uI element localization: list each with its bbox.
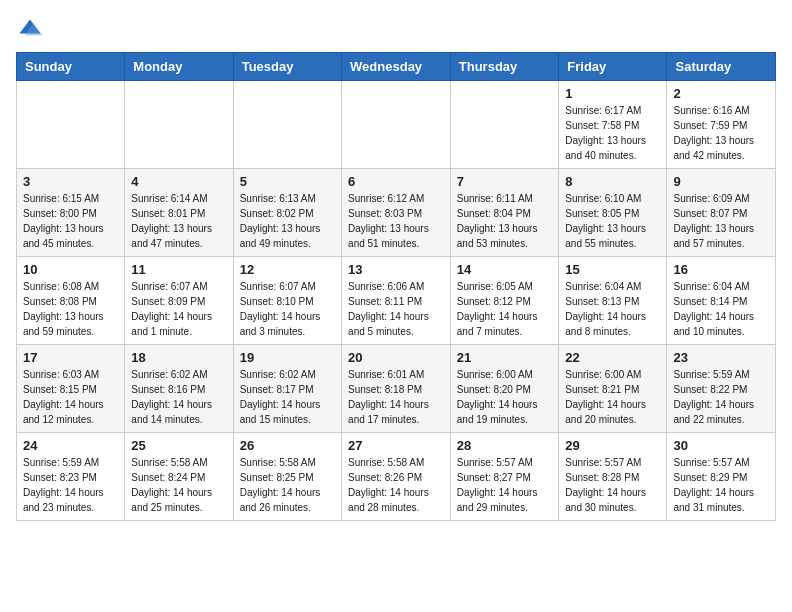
calendar-cell: 3Sunrise: 6:15 AM Sunset: 8:00 PM Daylig…: [17, 169, 125, 257]
day-number: 2: [673, 86, 769, 101]
day-number: 17: [23, 350, 118, 365]
day-number: 21: [457, 350, 553, 365]
weekday-header-tuesday: Tuesday: [233, 53, 341, 81]
calendar-cell: [233, 81, 341, 169]
calendar-week-row: 10Sunrise: 6:08 AM Sunset: 8:08 PM Dayli…: [17, 257, 776, 345]
calendar-cell: 15Sunrise: 6:04 AM Sunset: 8:13 PM Dayli…: [559, 257, 667, 345]
calendar-cell: 8Sunrise: 6:10 AM Sunset: 8:05 PM Daylig…: [559, 169, 667, 257]
day-number: 16: [673, 262, 769, 277]
day-number: 26: [240, 438, 335, 453]
weekday-header-row: SundayMondayTuesdayWednesdayThursdayFrid…: [17, 53, 776, 81]
calendar-week-row: 17Sunrise: 6:03 AM Sunset: 8:15 PM Dayli…: [17, 345, 776, 433]
calendar-cell: 30Sunrise: 5:57 AM Sunset: 8:29 PM Dayli…: [667, 433, 776, 521]
calendar-cell: 4Sunrise: 6:14 AM Sunset: 8:01 PM Daylig…: [125, 169, 233, 257]
day-detail: Sunrise: 6:09 AM Sunset: 8:07 PM Dayligh…: [673, 191, 769, 251]
day-number: 3: [23, 174, 118, 189]
page-header: [16, 16, 776, 44]
calendar-cell: 18Sunrise: 6:02 AM Sunset: 8:16 PM Dayli…: [125, 345, 233, 433]
day-number: 29: [565, 438, 660, 453]
day-number: 23: [673, 350, 769, 365]
day-detail: Sunrise: 6:00 AM Sunset: 8:20 PM Dayligh…: [457, 367, 553, 427]
day-number: 8: [565, 174, 660, 189]
day-number: 9: [673, 174, 769, 189]
day-detail: Sunrise: 6:15 AM Sunset: 8:00 PM Dayligh…: [23, 191, 118, 251]
logo: [16, 16, 46, 44]
day-number: 27: [348, 438, 444, 453]
day-number: 12: [240, 262, 335, 277]
weekday-header-wednesday: Wednesday: [342, 53, 451, 81]
day-number: 13: [348, 262, 444, 277]
day-number: 22: [565, 350, 660, 365]
calendar-week-row: 3Sunrise: 6:15 AM Sunset: 8:00 PM Daylig…: [17, 169, 776, 257]
day-detail: Sunrise: 6:04 AM Sunset: 8:13 PM Dayligh…: [565, 279, 660, 339]
calendar-cell: 19Sunrise: 6:02 AM Sunset: 8:17 PM Dayli…: [233, 345, 341, 433]
day-detail: Sunrise: 5:57 AM Sunset: 8:29 PM Dayligh…: [673, 455, 769, 515]
calendar-cell: 29Sunrise: 5:57 AM Sunset: 8:28 PM Dayli…: [559, 433, 667, 521]
day-number: 14: [457, 262, 553, 277]
day-detail: Sunrise: 6:08 AM Sunset: 8:08 PM Dayligh…: [23, 279, 118, 339]
calendar-cell: 21Sunrise: 6:00 AM Sunset: 8:20 PM Dayli…: [450, 345, 559, 433]
calendar-week-row: 1Sunrise: 6:17 AM Sunset: 7:58 PM Daylig…: [17, 81, 776, 169]
day-number: 6: [348, 174, 444, 189]
calendar-cell: 22Sunrise: 6:00 AM Sunset: 8:21 PM Dayli…: [559, 345, 667, 433]
day-detail: Sunrise: 6:16 AM Sunset: 7:59 PM Dayligh…: [673, 103, 769, 163]
weekday-header-friday: Friday: [559, 53, 667, 81]
day-detail: Sunrise: 6:03 AM Sunset: 8:15 PM Dayligh…: [23, 367, 118, 427]
day-detail: Sunrise: 6:07 AM Sunset: 8:10 PM Dayligh…: [240, 279, 335, 339]
day-detail: Sunrise: 5:59 AM Sunset: 8:22 PM Dayligh…: [673, 367, 769, 427]
day-detail: Sunrise: 6:07 AM Sunset: 8:09 PM Dayligh…: [131, 279, 226, 339]
day-detail: Sunrise: 6:12 AM Sunset: 8:03 PM Dayligh…: [348, 191, 444, 251]
day-number: 1: [565, 86, 660, 101]
calendar-cell: 1Sunrise: 6:17 AM Sunset: 7:58 PM Daylig…: [559, 81, 667, 169]
day-detail: Sunrise: 5:58 AM Sunset: 8:25 PM Dayligh…: [240, 455, 335, 515]
calendar-cell: 26Sunrise: 5:58 AM Sunset: 8:25 PM Dayli…: [233, 433, 341, 521]
day-detail: Sunrise: 6:11 AM Sunset: 8:04 PM Dayligh…: [457, 191, 553, 251]
calendar-cell: 11Sunrise: 6:07 AM Sunset: 8:09 PM Dayli…: [125, 257, 233, 345]
calendar-cell: 10Sunrise: 6:08 AM Sunset: 8:08 PM Dayli…: [17, 257, 125, 345]
day-detail: Sunrise: 6:01 AM Sunset: 8:18 PM Dayligh…: [348, 367, 444, 427]
day-detail: Sunrise: 6:10 AM Sunset: 8:05 PM Dayligh…: [565, 191, 660, 251]
day-number: 20: [348, 350, 444, 365]
calendar-week-row: 24Sunrise: 5:59 AM Sunset: 8:23 PM Dayli…: [17, 433, 776, 521]
calendar-table: SundayMondayTuesdayWednesdayThursdayFrid…: [16, 52, 776, 521]
day-number: 15: [565, 262, 660, 277]
calendar-cell: 28Sunrise: 5:57 AM Sunset: 8:27 PM Dayli…: [450, 433, 559, 521]
weekday-header-thursday: Thursday: [450, 53, 559, 81]
day-detail: Sunrise: 6:00 AM Sunset: 8:21 PM Dayligh…: [565, 367, 660, 427]
day-detail: Sunrise: 6:13 AM Sunset: 8:02 PM Dayligh…: [240, 191, 335, 251]
day-detail: Sunrise: 5:58 AM Sunset: 8:26 PM Dayligh…: [348, 455, 444, 515]
calendar-cell: 6Sunrise: 6:12 AM Sunset: 8:03 PM Daylig…: [342, 169, 451, 257]
calendar-cell: 17Sunrise: 6:03 AM Sunset: 8:15 PM Dayli…: [17, 345, 125, 433]
calendar-cell: [450, 81, 559, 169]
day-number: 24: [23, 438, 118, 453]
calendar-cell: 12Sunrise: 6:07 AM Sunset: 8:10 PM Dayli…: [233, 257, 341, 345]
day-detail: Sunrise: 6:17 AM Sunset: 7:58 PM Dayligh…: [565, 103, 660, 163]
calendar-cell: 13Sunrise: 6:06 AM Sunset: 8:11 PM Dayli…: [342, 257, 451, 345]
day-detail: Sunrise: 5:57 AM Sunset: 8:27 PM Dayligh…: [457, 455, 553, 515]
day-detail: Sunrise: 5:57 AM Sunset: 8:28 PM Dayligh…: [565, 455, 660, 515]
day-detail: Sunrise: 6:14 AM Sunset: 8:01 PM Dayligh…: [131, 191, 226, 251]
day-number: 30: [673, 438, 769, 453]
weekday-header-saturday: Saturday: [667, 53, 776, 81]
calendar-cell: 25Sunrise: 5:58 AM Sunset: 8:24 PM Dayli…: [125, 433, 233, 521]
calendar-cell: 14Sunrise: 6:05 AM Sunset: 8:12 PM Dayli…: [450, 257, 559, 345]
day-detail: Sunrise: 6:04 AM Sunset: 8:14 PM Dayligh…: [673, 279, 769, 339]
calendar-cell: 20Sunrise: 6:01 AM Sunset: 8:18 PM Dayli…: [342, 345, 451, 433]
calendar-cell: 5Sunrise: 6:13 AM Sunset: 8:02 PM Daylig…: [233, 169, 341, 257]
day-number: 10: [23, 262, 118, 277]
day-detail: Sunrise: 6:02 AM Sunset: 8:16 PM Dayligh…: [131, 367, 226, 427]
calendar-cell: 7Sunrise: 6:11 AM Sunset: 8:04 PM Daylig…: [450, 169, 559, 257]
day-number: 28: [457, 438, 553, 453]
calendar-cell: 16Sunrise: 6:04 AM Sunset: 8:14 PM Dayli…: [667, 257, 776, 345]
day-detail: Sunrise: 6:06 AM Sunset: 8:11 PM Dayligh…: [348, 279, 444, 339]
day-detail: Sunrise: 6:02 AM Sunset: 8:17 PM Dayligh…: [240, 367, 335, 427]
calendar-cell: [125, 81, 233, 169]
day-detail: Sunrise: 5:59 AM Sunset: 8:23 PM Dayligh…: [23, 455, 118, 515]
calendar-cell: 23Sunrise: 5:59 AM Sunset: 8:22 PM Dayli…: [667, 345, 776, 433]
day-number: 7: [457, 174, 553, 189]
calendar-cell: [17, 81, 125, 169]
calendar-cell: [342, 81, 451, 169]
weekday-header-sunday: Sunday: [17, 53, 125, 81]
day-number: 18: [131, 350, 226, 365]
calendar-cell: 9Sunrise: 6:09 AM Sunset: 8:07 PM Daylig…: [667, 169, 776, 257]
